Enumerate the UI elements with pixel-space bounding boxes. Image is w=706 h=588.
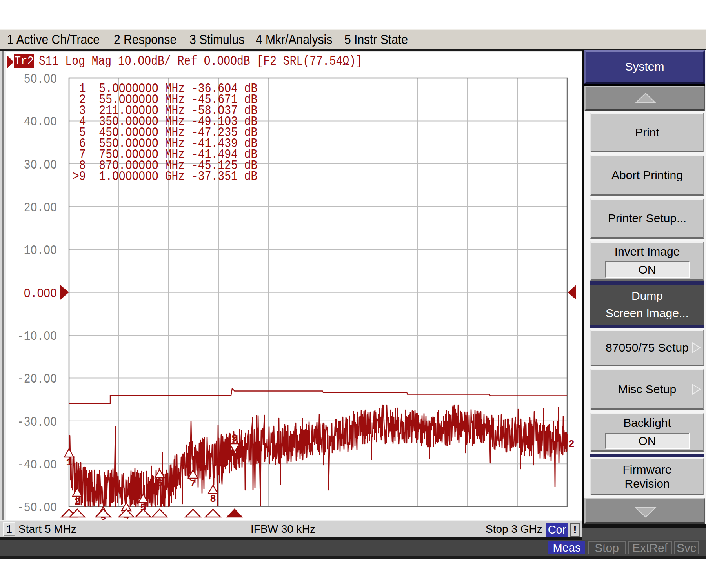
svg-text:7: 7 <box>190 478 196 490</box>
svg-text:1: 1 <box>66 457 72 468</box>
svg-text:2: 2 <box>568 438 575 450</box>
svg-text:6: 6 <box>156 477 163 489</box>
svg-text:8: 8 <box>210 493 216 505</box>
svg-text:2: 2 <box>74 496 80 508</box>
svg-text:9: 9 <box>231 432 238 444</box>
